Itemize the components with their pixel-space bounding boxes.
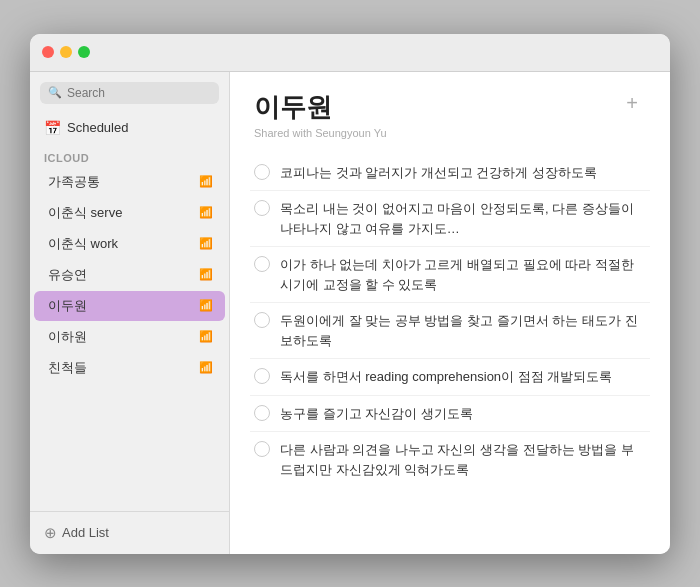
title-block: 이두원 Shared with Seungyoun Yu — [254, 90, 387, 139]
app-window: 🔍 📅 Scheduled iCloud 가족공통📶이춘식 serve📶이춘식 … — [30, 34, 670, 554]
sidebar-item-label-family: 가족공통 — [48, 173, 100, 191]
task-checkbox[interactable] — [254, 200, 270, 216]
sidebar-item-lee2[interactable]: 이춘식 work📶 — [34, 229, 225, 259]
sidebar-item-label-lee3: 이두원 — [48, 297, 87, 315]
page-subtitle: Shared with Seungyoun Yu — [254, 127, 387, 139]
search-icon: 🔍 — [48, 86, 62, 99]
wifi-icon: 📶 — [199, 237, 213, 250]
sidebar-item-label-lee2: 이춘식 work — [48, 235, 118, 253]
wifi-icon: 📶 — [199, 175, 213, 188]
sidebar-item-label-ha: 이하원 — [48, 328, 87, 346]
main-panel: 이두원 Shared with Seungyoun Yu + 코피나는 것과 알… — [230, 72, 670, 554]
add-list-label: Add List — [62, 525, 109, 540]
wifi-icon: 📶 — [199, 206, 213, 219]
task-checkbox[interactable] — [254, 441, 270, 457]
task-item: 두원이에게 잘 맞는 공부 방법을 찾고 즐기면서 하는 태도가 진보하도록 — [250, 303, 650, 359]
maximize-button[interactable] — [78, 46, 90, 58]
task-item: 이가 하나 없는데 치아가 고르게 배열되고 필요에 따라 적절한 시기에 교정… — [250, 247, 650, 303]
search-input[interactable] — [67, 86, 211, 100]
sidebar: 🔍 📅 Scheduled iCloud 가족공통📶이춘식 serve📶이춘식 … — [30, 72, 230, 554]
task-item: 농구를 즐기고 자신감이 생기도록 — [250, 396, 650, 433]
sidebar-item-ha[interactable]: 이하원📶 — [34, 322, 225, 352]
task-checkbox[interactable] — [254, 368, 270, 384]
wifi-icon: 📶 — [199, 299, 213, 312]
main-header: 이두원 Shared with Seungyoun Yu + — [230, 72, 670, 147]
sidebar-item-label-lee1: 이춘식 serve — [48, 204, 122, 222]
search-bar[interactable]: 🔍 — [40, 82, 219, 104]
task-text: 두원이에게 잘 맞는 공부 방법을 찾고 즐기면서 하는 태도가 진보하도록 — [280, 311, 646, 350]
task-list: 코피나는 것과 알러지가 개선되고 건강하게 성장하도록목소리 내는 것이 없어… — [230, 147, 670, 554]
sidebar-item-yoo[interactable]: 유승연📶 — [34, 260, 225, 290]
task-item: 코피나는 것과 알러지가 개선되고 건강하게 성장하도록 — [250, 155, 650, 192]
calendar-icon: 📅 — [44, 120, 61, 136]
sidebar-list: 가족공통📶이춘식 serve📶이춘식 work📶유승연📶이두원📶이하원📶친척들📶 — [30, 166, 229, 384]
add-list-icon: ⊕ — [44, 524, 57, 542]
task-item: 다른 사람과 의견을 나누고 자신의 생각을 전달하는 방법을 부드럽지만 자신… — [250, 432, 650, 487]
minimize-button[interactable] — [60, 46, 72, 58]
page-title: 이두원 — [254, 90, 387, 125]
task-checkbox[interactable] — [254, 164, 270, 180]
add-list-button[interactable]: ⊕ Add List — [30, 511, 229, 554]
task-item: 독서를 하면서 reading comprehension이 점점 개발되도록 — [250, 359, 650, 396]
task-text: 목소리 내는 것이 없어지고 마음이 안정되도록, 다른 증상들이 나타나지 않… — [280, 199, 646, 238]
task-item: 목소리 내는 것이 없어지고 마음이 안정되도록, 다른 증상들이 나타나지 않… — [250, 191, 650, 247]
scheduled-section[interactable]: 📅 Scheduled — [30, 114, 229, 142]
icloud-section-label: iCloud — [30, 148, 229, 166]
sidebar-item-label-friends: 친척들 — [48, 359, 87, 377]
titlebar — [30, 34, 670, 72]
task-checkbox[interactable] — [254, 256, 270, 272]
sidebar-item-friends[interactable]: 친척들📶 — [34, 353, 225, 383]
wifi-icon: 📶 — [199, 361, 213, 374]
sidebar-item-lee1[interactable]: 이춘식 serve📶 — [34, 198, 225, 228]
task-text: 농구를 즐기고 자신감이 생기도록 — [280, 404, 473, 424]
sidebar-item-lee3[interactable]: 이두원📶 — [34, 291, 225, 321]
task-text: 다른 사람과 의견을 나누고 자신의 생각을 전달하는 방법을 부드럽지만 자신… — [280, 440, 646, 479]
close-button[interactable] — [42, 46, 54, 58]
task-text: 독서를 하면서 reading comprehension이 점점 개발되도록 — [280, 367, 612, 387]
task-checkbox[interactable] — [254, 405, 270, 421]
wifi-icon: 📶 — [199, 268, 213, 281]
task-text: 이가 하나 없는데 치아가 고르게 배열되고 필요에 따라 적절한 시기에 교정… — [280, 255, 646, 294]
sidebar-item-family[interactable]: 가족공통📶 — [34, 167, 225, 197]
task-checkbox[interactable] — [254, 312, 270, 328]
add-task-button[interactable]: + — [618, 90, 646, 118]
scheduled-label: Scheduled — [67, 120, 128, 135]
traffic-lights — [42, 46, 90, 58]
sidebar-item-label-yoo: 유승연 — [48, 266, 87, 284]
task-text: 코피나는 것과 알러지가 개선되고 건강하게 성장하도록 — [280, 163, 597, 183]
main-content: 🔍 📅 Scheduled iCloud 가족공통📶이춘식 serve📶이춘식 … — [30, 72, 670, 554]
wifi-icon: 📶 — [199, 330, 213, 343]
